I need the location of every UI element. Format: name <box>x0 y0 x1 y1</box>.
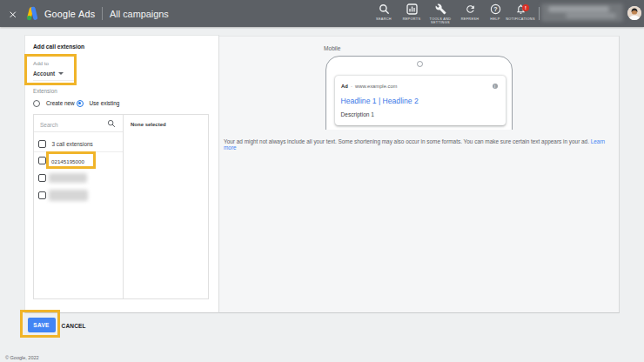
svg-text:?: ? <box>493 6 497 12</box>
